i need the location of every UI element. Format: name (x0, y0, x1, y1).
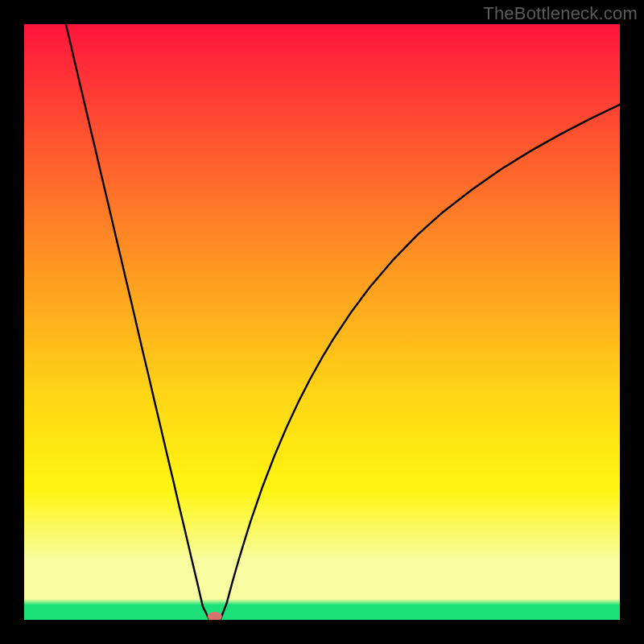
watermark-text: TheBottleneck.com (483, 3, 638, 24)
plot-svg (24, 24, 620, 620)
chart-frame: TheBottleneck.com (0, 0, 644, 644)
plot-area (24, 24, 620, 620)
plot-background (24, 24, 620, 620)
